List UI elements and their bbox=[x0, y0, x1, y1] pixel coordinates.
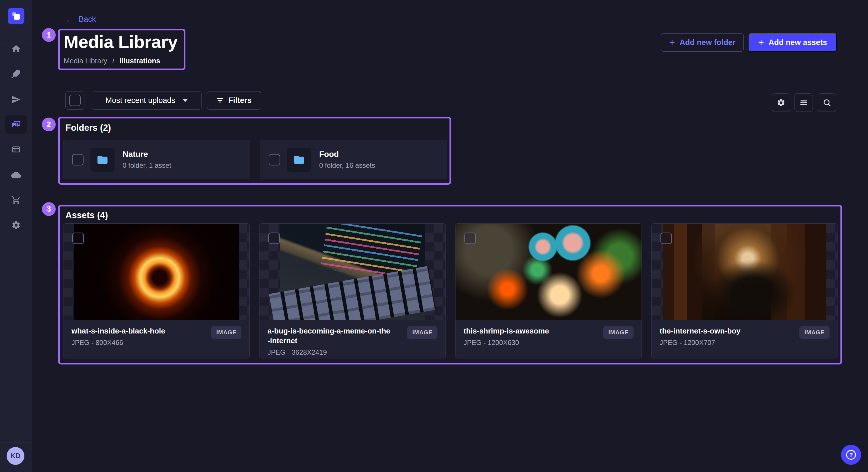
cloud-icon bbox=[11, 170, 21, 180]
search-icon bbox=[823, 98, 831, 107]
feather-icon bbox=[11, 69, 21, 78]
sidebar-item-home[interactable] bbox=[5, 40, 27, 58]
laptop-code-image bbox=[280, 224, 425, 320]
annotation-badge-1: 1 bbox=[42, 28, 56, 42]
list-icon bbox=[799, 98, 808, 107]
paper-plane-icon bbox=[11, 95, 21, 104]
asset-checkbox[interactable] bbox=[464, 233, 476, 244]
back-link[interactable]: ← Back bbox=[65, 15, 96, 24]
avatar[interactable]: KD bbox=[7, 447, 24, 465]
help-button[interactable]: ? bbox=[841, 445, 861, 465]
strapi-logo-icon bbox=[11, 11, 21, 21]
breadcrumb: Media Library / Illustrations bbox=[64, 57, 160, 65]
asset-checkbox[interactable] bbox=[268, 233, 280, 244]
folder-card-nature[interactable]: Nature 0 folder, 1 asset bbox=[63, 140, 250, 179]
folder-icon-tile bbox=[287, 148, 311, 172]
breadcrumb-parent[interactable]: Media Library bbox=[64, 57, 107, 65]
folder-name: Food bbox=[319, 150, 375, 159]
back-arrow-icon: ← bbox=[65, 15, 74, 24]
asset-name: a-bug-is-becoming-a-meme-on-the-internet bbox=[268, 326, 391, 346]
list-view-button[interactable] bbox=[795, 94, 813, 112]
folder-icon bbox=[293, 154, 305, 166]
asset-thumbnail bbox=[652, 224, 838, 320]
asset-card-black-hole[interactable]: what-s-inside-a-black-hole JPEG - 800X46… bbox=[63, 224, 250, 359]
asset-thumbnail bbox=[456, 224, 642, 320]
folder-meta: 0 folder, 16 assets bbox=[319, 162, 375, 169]
asset-name: the-internet-s-own-boy bbox=[660, 326, 783, 336]
question-mark-glyph: ? bbox=[849, 452, 853, 458]
asset-card-shrimp[interactable]: this-shrimp-is-awesome JPEG - 1200X630 I… bbox=[455, 224, 642, 359]
annotation-badge-2: 2 bbox=[42, 117, 56, 131]
asset-meta: JPEG - 1200X630 bbox=[464, 339, 633, 347]
sidebar-item-deploy[interactable] bbox=[5, 90, 27, 109]
folder-card-food[interactable]: Food 0 folder, 16 assets bbox=[260, 140, 447, 179]
media-library-page: KD ← Back Media Library Media Library / … bbox=[0, 0, 868, 472]
asset-name: what-s-inside-a-black-hole bbox=[71, 326, 195, 336]
sidebar-item-marketplace[interactable] bbox=[5, 191, 27, 209]
filters-button[interactable]: Filters bbox=[207, 91, 261, 109]
asset-type-badge: IMAGE bbox=[603, 326, 633, 339]
asset-name: this-shrimp-is-awesome bbox=[464, 326, 587, 336]
black-hole-image bbox=[74, 224, 239, 320]
folder-icon-tile bbox=[90, 148, 115, 172]
add-new-folder-button[interactable]: + Add new folder bbox=[661, 33, 744, 52]
asset-info: a-bug-is-becoming-a-meme-on-the-internet… bbox=[259, 320, 445, 357]
assets-heading: Assets (4) bbox=[65, 210, 108, 221]
strapi-logo[interactable] bbox=[8, 8, 24, 24]
search-button[interactable] bbox=[818, 94, 836, 112]
asset-type-badge: IMAGE bbox=[407, 326, 437, 339]
select-all-wrapper bbox=[65, 91, 84, 109]
folder-icon bbox=[96, 154, 108, 166]
sort-select-value: Most recent uploads bbox=[105, 96, 175, 105]
annotation-badge-3: 3 bbox=[42, 202, 56, 216]
folders-heading: Folders (2) bbox=[65, 123, 111, 133]
cart-icon bbox=[11, 195, 21, 205]
breadcrumb-current: Illustrations bbox=[119, 57, 160, 65]
asset-meta: JPEG - 1200X707 bbox=[660, 339, 830, 347]
question-mark-icon: ? bbox=[846, 450, 856, 460]
asset-info: what-s-inside-a-black-hole JPEG - 800X46… bbox=[63, 320, 249, 347]
asset-checkbox[interactable] bbox=[72, 233, 84, 244]
asset-card-bug-meme[interactable]: a-bug-is-becoming-a-meme-on-the-internet… bbox=[259, 224, 446, 359]
filter-icon bbox=[216, 96, 224, 104]
asset-info: this-shrimp-is-awesome JPEG - 1200X630 I… bbox=[456, 320, 642, 347]
plus-icon: + bbox=[670, 37, 675, 47]
asset-thumbnail bbox=[63, 224, 249, 320]
folder-meta: 0 folder, 1 asset bbox=[123, 162, 171, 169]
sidebar-divider-bottom bbox=[0, 442, 32, 443]
folder-text: Nature 0 folder, 1 asset bbox=[123, 150, 171, 169]
folder-name: Nature bbox=[123, 150, 171, 159]
sidebar-item-cloud[interactable] bbox=[5, 166, 27, 184]
view-settings-button[interactable] bbox=[772, 94, 790, 112]
folder-checkbox[interactable] bbox=[72, 154, 84, 165]
section-divider bbox=[64, 195, 837, 195]
add-new-assets-label: Add new assets bbox=[768, 38, 827, 47]
sidebar-item-media-library[interactable] bbox=[5, 115, 27, 134]
select-all-checkbox[interactable] bbox=[69, 95, 81, 106]
asset-info: the-internet-s-own-boy JPEG - 1200X707 I… bbox=[652, 320, 838, 347]
avatar-initials: KD bbox=[11, 452, 21, 460]
asset-meta: JPEG - 800X466 bbox=[71, 339, 241, 347]
asset-checkbox[interactable] bbox=[660, 233, 672, 244]
sidebar-item-content-type-builder[interactable] bbox=[5, 140, 27, 159]
folder-text: Food 0 folder, 16 assets bbox=[319, 150, 375, 169]
page-title: Media Library bbox=[64, 32, 178, 52]
add-new-folder-label: Add new folder bbox=[679, 38, 735, 47]
asset-type-badge: IMAGE bbox=[211, 326, 241, 339]
asset-thumbnail bbox=[259, 224, 445, 320]
layout-icon bbox=[11, 144, 21, 154]
gear-icon bbox=[777, 98, 785, 107]
sidebar-item-content-editor[interactable] bbox=[5, 65, 27, 83]
asset-card-internets-own-boy[interactable]: the-internet-s-own-boy JPEG - 1200X707 I… bbox=[651, 224, 838, 359]
media-library-icon bbox=[11, 120, 21, 129]
add-new-assets-button[interactable]: + Add new assets bbox=[749, 33, 837, 52]
sort-select[interactable]: Most recent uploads bbox=[92, 91, 202, 109]
sidebar-item-settings[interactable] bbox=[5, 216, 27, 234]
filters-label: Filters bbox=[228, 96, 251, 105]
home-icon bbox=[11, 44, 21, 54]
sidebar: KD bbox=[0, 0, 32, 472]
chevron-down-icon bbox=[182, 99, 188, 102]
plus-icon: + bbox=[758, 37, 764, 47]
folder-checkbox[interactable] bbox=[269, 154, 280, 165]
mantis-shrimp-image bbox=[456, 224, 642, 320]
